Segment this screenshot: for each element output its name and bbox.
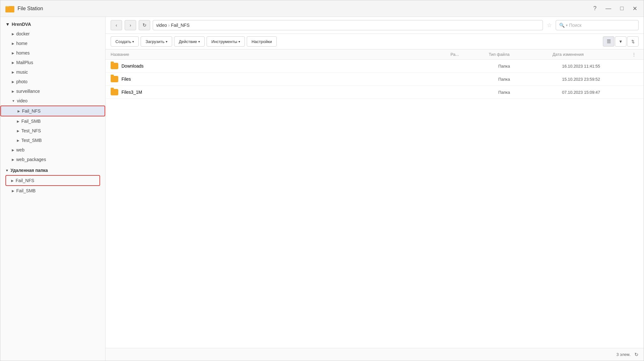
search-icon: 🔍 <box>559 23 565 28</box>
sidebar-item-label: video <box>17 98 27 103</box>
file-date-cell: 07.10.2023 15:09:47 <box>562 90 639 95</box>
sidebar-item-label: MailPlus <box>16 60 33 65</box>
sidebar-item-surveillance[interactable]: ▶ surveillance <box>0 86 105 96</box>
action-label: Действие <box>179 39 197 44</box>
sidebar-item-remote-fail-nfs[interactable]: ▶ Fail_NFS <box>5 175 100 186</box>
file-name: Files3_1M <box>121 90 142 95</box>
upload-caret: ▾ <box>166 40 167 43</box>
file-station-window: File Station ? — □ ✕ ▼ HrenDVA ▶ docker … <box>0 0 644 361</box>
close-button[interactable]: ✕ <box>631 4 639 13</box>
title-bar-left: File Station <box>5 4 43 13</box>
refresh-button[interactable]: ↻ <box>139 20 150 30</box>
sidebar: ▼ HrenDVA ▶ docker ▶ home ▶ homes ▶ Mail… <box>0 17 106 361</box>
chevron-right-icon: ▶ <box>12 158 14 161</box>
column-date-header: Дата изменения <box>553 52 629 57</box>
sidebar-item-test-nfs[interactable]: ▶ Test_NFS <box>0 126 105 136</box>
chevron-right-icon: ▶ <box>12 90 14 93</box>
sort-button[interactable]: ⇅ <box>627 36 639 47</box>
sidebar-item-label: Fail_NFS <box>16 178 34 183</box>
file-list: Название Ра... Тип файла Дата изменения … <box>106 49 644 348</box>
table-row[interactable]: Files Папка 15.10.2023 23:59:52 <box>106 73 644 86</box>
column-more-header: ⋮ <box>629 52 639 57</box>
path-segment-2: Fail_NFS <box>171 23 189 28</box>
sidebar-item-video[interactable]: ▼ video <box>0 96 105 106</box>
sidebar-item-web-packages[interactable]: ▶ web_packages <box>0 155 105 164</box>
app-title: File Station <box>18 6 43 11</box>
chevron-down-icon: ▼ <box>12 99 15 103</box>
sidebar-item-homes[interactable]: ▶ homes <box>0 48 105 58</box>
help-button[interactable]: ? <box>592 4 598 13</box>
app-icon <box>5 4 14 13</box>
view-options-icon: ▾ <box>619 39 622 44</box>
chevron-right-icon: ▶ <box>12 70 14 74</box>
chevron-right-icon: ▶ <box>12 61 14 64</box>
sidebar-server-root[interactable]: ▼ HrenDVA <box>0 19 105 29</box>
chevron-down-icon: ▼ <box>5 169 9 172</box>
table-row[interactable]: Files3_1M Папка 07.10.2023 15:09:47 <box>106 86 644 99</box>
sidebar-item-label: Fail_NFS <box>22 108 40 114</box>
main-area: ▼ HrenDVA ▶ docker ▶ home ▶ homes ▶ Mail… <box>0 17 644 361</box>
file-name-cell: Files <box>111 76 460 82</box>
chevron-down-icon: ▼ <box>5 22 10 27</box>
sidebar-item-fail-nfs[interactable]: ▶ Fail_NFS <box>0 106 105 116</box>
create-button[interactable]: Создать ▾ <box>111 36 139 47</box>
settings-label: Настройки <box>252 39 272 44</box>
action-caret: ▾ <box>198 40 200 43</box>
favorite-button[interactable]: ☆ <box>545 22 553 29</box>
sidebar-item-label: music <box>16 70 28 75</box>
file-date-cell: 15.10.2023 23:59:52 <box>562 77 639 82</box>
sidebar-item-label: Fail_SMB <box>21 119 41 124</box>
sidebar-item-label: web <box>16 147 25 152</box>
sidebar-item-label: Test_NFS <box>21 128 41 133</box>
settings-button[interactable]: Настройки <box>247 36 277 47</box>
back-button[interactable]: ‹ <box>111 20 122 30</box>
sidebar-item-label: web_packages <box>16 157 46 162</box>
view-controls: ☰ ▾ ⇅ <box>603 36 639 47</box>
nav-toolbar: ‹ › ↻ video › Fail_NFS ☆ 🔍 ▾ <box>106 17 644 34</box>
view-options-button[interactable]: ▾ <box>615 36 626 47</box>
sort-icon: ⇅ <box>631 39 635 44</box>
chevron-right-icon: ▶ <box>17 120 19 123</box>
title-bar-controls: ? — □ ✕ <box>592 4 639 13</box>
tools-button[interactable]: Инструменты ▾ <box>207 36 245 47</box>
maximize-button[interactable]: □ <box>619 4 625 13</box>
sidebar-remote-header[interactable]: ▼ Удаленная папка <box>0 166 105 175</box>
back-icon: ‹ <box>116 23 117 28</box>
sidebar-item-label: photo <box>16 79 27 84</box>
refresh-icon: ↻ <box>143 22 147 28</box>
sidebar-item-mailplus[interactable]: ▶ MailPlus <box>0 58 105 67</box>
file-type-cell: Папка <box>498 90 562 95</box>
file-name: Downloads <box>121 63 143 69</box>
sidebar-item-home[interactable]: ▶ home <box>0 39 105 48</box>
forward-button[interactable]: › <box>125 20 136 30</box>
create-label: Создать <box>115 39 131 44</box>
upload-button[interactable]: Загрузить ▾ <box>141 36 172 47</box>
sidebar-item-fail-smb[interactable]: ▶ Fail_SMB <box>0 116 105 126</box>
sidebar-item-label: Fail_SMB <box>16 188 36 193</box>
sidebar-item-docker[interactable]: ▶ docker <box>0 29 105 39</box>
file-name-cell: Files3_1M <box>111 89 460 95</box>
path-bar[interactable]: video › Fail_NFS <box>153 20 543 30</box>
sidebar-item-photo[interactable]: ▶ photo <box>0 77 105 86</box>
table-row[interactable]: Downloads Папка 16.10.2023 11:41:55 <box>106 60 644 73</box>
search-placeholder: Поиск <box>569 23 582 28</box>
svg-rect-2 <box>5 7 14 12</box>
chevron-right-icon: ▶ <box>17 129 19 133</box>
list-view-button[interactable]: ☰ <box>603 36 614 47</box>
sidebar-item-web[interactable]: ▶ web <box>0 145 105 155</box>
status-refresh-button[interactable]: ↻ <box>634 352 639 357</box>
action-button[interactable]: Действие ▾ <box>174 36 205 47</box>
search-box[interactable]: 🔍 ▾ Поиск <box>556 20 639 30</box>
minimize-button[interactable]: — <box>604 4 612 13</box>
forward-icon: › <box>130 23 131 28</box>
folder-icon <box>111 89 118 95</box>
sidebar-item-remote-fail-smb[interactable]: ▶ Fail_SMB <box>0 186 105 195</box>
path-segment-1: video <box>156 23 167 28</box>
file-name: Files <box>121 77 131 82</box>
path-separator: › <box>168 23 170 28</box>
sidebar-item-test-smb[interactable]: ▶ Test_SMB <box>0 136 105 145</box>
sidebar-item-music[interactable]: ▶ music <box>0 67 105 77</box>
folder-icon <box>111 63 118 69</box>
sidebar-item-label: surveillance <box>16 89 40 94</box>
chevron-right-icon: ▶ <box>12 42 14 45</box>
